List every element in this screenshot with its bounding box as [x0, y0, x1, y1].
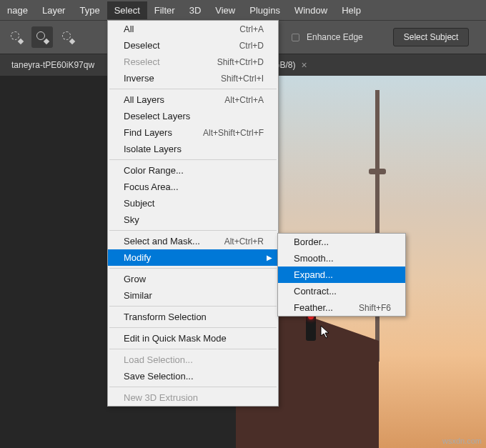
submenu-item-expand[interactable]: Expand... — [278, 267, 405, 283]
menu-item-edit-in-quick-mask-mode[interactable]: Edit in Quick Mask Mode — [108, 330, 278, 347]
menu-item-label: Sky — [124, 214, 139, 225]
menu-item-shortcut: Shift+Ctrl+D — [217, 57, 264, 67]
watermark: wsxdn.com — [442, 437, 482, 445]
menu-item-label: Find Layers — [124, 127, 172, 138]
submenu-item-contract[interactable]: Contract... — [278, 283, 405, 299]
menu-item-label: Color Range... — [124, 165, 184, 176]
menu-item-modify[interactable]: Modify▶ — [108, 249, 278, 266]
menu-item-label: Focus Area... — [124, 181, 179, 192]
submenu-item-shortcut: Shift+F6 — [359, 303, 391, 313]
menubar-item-window[interactable]: Window — [287, 1, 334, 19]
menu-separator — [109, 306, 277, 307]
menu-item-focus-area[interactable]: Focus Area... — [108, 179, 278, 195]
brush-alt-icon[interactable] — [57, 26, 79, 48]
menu-item-shortcut: Alt+Ctrl+A — [224, 95, 264, 105]
menu-separator — [109, 387, 277, 387]
menubar-item-layer[interactable]: Layer — [35, 1, 73, 19]
menu-item-label: Isolate Layers — [124, 144, 182, 154]
brush-add-icon[interactable] — [6, 26, 27, 48]
menubar-item-view[interactable]: View — [208, 1, 242, 19]
menu-separator — [109, 327, 277, 328]
menu-item-shortcut: Ctrl+D — [239, 41, 264, 51]
menu-separator — [109, 230, 277, 231]
menu-item-transform-selection[interactable]: Transform Selection — [108, 309, 278, 325]
menu-item-label: All — [124, 24, 134, 34]
document-tab-name: taneyra-tPE60iK97qw — [11, 60, 94, 70]
menu-item-label: Modify — [124, 252, 151, 263]
menu-item-label: Inverse — [124, 73, 154, 84]
submenu-arrow-icon: ▶ — [267, 254, 272, 262]
menu-item-shortcut: Ctrl+A — [239, 24, 264, 34]
menu-item-label: Grow — [124, 274, 146, 284]
menu-item-all[interactable]: AllCtrl+A — [108, 21, 278, 37]
menu-item-select-and-mask[interactable]: Select and Mask...Alt+Ctrl+R — [108, 233, 278, 249]
menu-item-sky[interactable]: Sky — [108, 211, 278, 228]
menu-item-shortcut: Shift+Ctrl+I — [221, 74, 264, 84]
menu-item-label: Similar — [124, 290, 152, 301]
menu-item-label: Reselect — [124, 56, 160, 67]
enhance-edge-label: Enhance Edge — [307, 32, 363, 42]
menu-item-subject[interactable]: Subject — [108, 195, 278, 211]
menu-item-deselect-layers[interactable]: Deselect Layers — [108, 108, 278, 124]
menu-item-label: Select and Mask... — [124, 236, 200, 247]
menu-item-label: Deselect — [124, 40, 160, 51]
submenu-item-smooth[interactable]: Smooth... — [278, 250, 405, 267]
submenu-item-label: Contract... — [294, 286, 337, 297]
submenu-item-feather[interactable]: Feather...Shift+F6 — [278, 299, 405, 316]
menu-item-all-layers[interactable]: All LayersAlt+Ctrl+A — [108, 91, 278, 108]
menu-separator — [109, 268, 277, 269]
menu-item-new-3d-extrusion: New 3D Extrusion — [108, 389, 278, 406]
menu-separator — [109, 89, 277, 89]
submenu-item-label: Expand... — [294, 269, 333, 280]
document-tab[interactable]: taneyra-tPE60iK97qw — [4, 56, 101, 74]
menu-item-color-range[interactable]: Color Range... — [108, 162, 278, 179]
menu-item-grow[interactable]: Grow — [108, 271, 278, 287]
menu-item-deselect[interactable]: DeselectCtrl+D — [108, 37, 278, 54]
modify-submenu[interactable]: Border...Smooth...Expand...Contract...Fe… — [277, 233, 406, 317]
menu-item-load-selection: Load Selection... — [108, 352, 278, 368]
submenu-item-label: Border... — [294, 237, 329, 247]
tower-ring-shape — [369, 169, 386, 174]
menu-item-label: Transform Selection — [124, 312, 207, 322]
menu-separator — [109, 159, 277, 160]
menu-item-shortcut: Alt+Ctrl+R — [224, 237, 264, 247]
select-subject-button[interactable]: Select Subject — [393, 28, 470, 46]
menubar-item-plugins[interactable]: Plugins — [242, 1, 287, 19]
menubar: nage Layer Type Select Filter 3D View Pl… — [0, 0, 486, 20]
menubar-item-image[interactable]: nage — [0, 1, 35, 19]
menu-item-inverse[interactable]: InverseShift+Ctrl+I — [108, 70, 278, 86]
menubar-item-type[interactable]: Type — [72, 1, 106, 19]
menu-item-label: Deselect Layers — [124, 111, 190, 121]
submenu-item-border[interactable]: Border... — [278, 234, 405, 250]
menu-item-label: Load Selection... — [124, 354, 193, 365]
enhance-edge-checkbox[interactable] — [292, 34, 299, 41]
menu-item-similar[interactable]: Similar — [108, 287, 278, 304]
menubar-item-help[interactable]: Help — [334, 1, 368, 19]
menu-item-shortcut: Alt+Shift+Ctrl+F — [203, 128, 264, 138]
menubar-item-filter[interactable]: Filter — [147, 1, 182, 19]
menubar-item-select[interactable]: Select — [107, 1, 147, 19]
menu-item-find-layers[interactable]: Find LayersAlt+Shift+Ctrl+F — [108, 124, 278, 141]
close-tab-icon[interactable]: × — [301, 59, 307, 71]
menu-item-reselect: ReselectShift+Ctrl+D — [108, 54, 278, 70]
menu-item-label: Save Selection... — [124, 371, 194, 382]
menu-item-label: Edit in Quick Mask Mode — [124, 333, 227, 344]
submenu-item-label: Feather... — [294, 302, 333, 313]
brush-subtract-icon[interactable] — [31, 26, 53, 48]
select-menu[interactable]: AllCtrl+ADeselectCtrl+DReselectShift+Ctr… — [107, 20, 279, 407]
menu-item-isolate-layers[interactable]: Isolate Layers — [108, 141, 278, 157]
menu-item-label: New 3D Extrusion — [124, 392, 198, 403]
menu-separator — [109, 349, 277, 349]
submenu-item-label: Smooth... — [294, 253, 334, 264]
menu-item-label: Subject — [124, 198, 154, 209]
menubar-item-3d[interactable]: 3D — [182, 1, 209, 19]
menu-item-save-selection[interactable]: Save Selection... — [108, 368, 278, 384]
menu-item-label: All Layers — [124, 94, 164, 105]
